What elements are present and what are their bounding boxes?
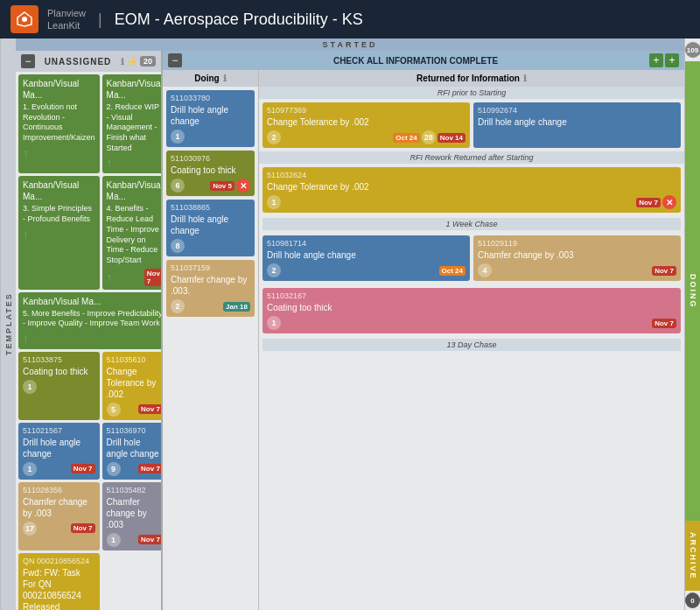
list-item[interactable]: 510992674 Drill hole angle change: [473, 102, 681, 148]
arrow-icon: ↑: [107, 156, 113, 170]
card-title: Drill hole angle change: [478, 116, 676, 128]
company-name: PlanviewLeanKit: [47, 7, 86, 32]
card-number: 5: [107, 403, 121, 417]
card-id: QN 000210856524: [23, 557, 95, 565]
check-minus-btn[interactable]: −: [168, 53, 182, 67]
card-body: 3. Simple Principles - Profound Benefits: [23, 204, 95, 224]
list-item[interactable]: Kanban/Visual Ma... 2. Reduce WIP - Visu…: [102, 74, 161, 173]
card-id: 511033780: [171, 94, 250, 102]
list-item[interactable]: 511035482 Chamfer change by .003 1 Nov 7: [102, 482, 161, 550]
list-item[interactable]: Kanban/Visual Ma... 5. More Benefits - I…: [18, 292, 161, 349]
rfi-title: Returned for Information: [416, 74, 520, 83]
count-badge: 28: [422, 130, 436, 144]
card-title: Coating too thick: [171, 165, 250, 176]
check-all-header: − CHECK ALL INFORMATION COMPLETE + +: [163, 51, 684, 70]
card-title: Drill hole angle change: [23, 437, 95, 459]
archive-side-label: ARCHIVE: [685, 521, 700, 591]
archive-count-badge: 0: [685, 592, 700, 608]
templates-label: TEMPLATES: [0, 39, 16, 610]
card-id: 511030976: [171, 154, 250, 163]
card-number: 8: [171, 239, 185, 253]
card-id: 511032624: [267, 171, 676, 179]
arrow-icon: ↑: [23, 228, 29, 242]
list-item[interactable]: Kanban/Visual Ma... 1. Evolution not Rev…: [18, 74, 100, 173]
card-title: Coating too thick: [23, 366, 95, 377]
card-number: 17: [23, 522, 37, 536]
list-item[interactable]: 510981714 Drill hole angle change 2 Oct …: [262, 235, 470, 281]
list-item[interactable]: 511021567 Drill hole angle change 1 Nov …: [18, 423, 100, 480]
card-id: 511036970: [107, 426, 161, 435]
card-title: Kanban/Visual Ma...: [107, 179, 161, 202]
list-item[interactable]: QN 000210856524 Fwd: FW: Task For QN 000…: [18, 553, 100, 610]
card-title: Drill hole angle change: [267, 249, 466, 261]
rfi-prior-label: RFI prior to Starting: [259, 87, 684, 99]
list-item[interactable]: 511028356 Chamfer change by .003 17 Nov …: [18, 482, 100, 550]
list-item[interactable]: 511033780 Drill hole angle change 1: [166, 90, 255, 147]
list-item[interactable]: 511038865 Drill hole angle change 8: [166, 200, 255, 256]
list-item[interactable]: Kanban/Visual Ma... 4. Benefits - Reduce…: [102, 176, 161, 289]
nov-badge: Nov 7: [652, 319, 676, 328]
doing-header: Doing ℹ: [163, 70, 258, 87]
card-id: 511021567: [23, 426, 95, 435]
card-body: 4. Benefits - Reduce Lead Time - Improve…: [107, 204, 161, 265]
info-icon: ℹ: [121, 57, 124, 67]
date-badge: Nov 7: [138, 535, 161, 544]
unassigned-minus-btn[interactable]: −: [21, 54, 35, 68]
list-item[interactable]: 511029119 Chamfer change by .003 4 Nov 7: [473, 235, 681, 281]
list-item[interactable]: 511033875 Coating too thick 1: [18, 352, 100, 420]
list-item[interactable]: 511035610 Change Tolerance by .002 5 Nov…: [102, 352, 161, 420]
app-header: PlanviewLeanKit | EOM - Aerospace Produc…: [0, 0, 700, 39]
list-item[interactable]: 511030976 Coating too thick 6 Nov 5 ✕: [166, 151, 255, 196]
unassigned-column: − UNASSIGNED ℹ ⚡ 20 Kanban/Visual Ma... …: [16, 51, 163, 610]
card-id: 511029119: [478, 239, 676, 248]
list-item[interactable]: 511036970 Drill hole angle change 9 Nov …: [102, 423, 161, 480]
check-plus-btn-1[interactable]: +: [649, 53, 663, 67]
card-number: 1: [107, 533, 121, 547]
card-number: 1: [23, 380, 37, 394]
list-item[interactable]: 511032624 Change Tolerance by .002 1 Nov…: [262, 167, 681, 213]
check-all-body: Doing ℹ 511033780 Drill hole angle chang…: [163, 70, 684, 610]
check-all-title: CHECK ALL INFORMATION COMPLETE: [333, 56, 498, 66]
unassigned-title: UNASSIGNED: [45, 57, 112, 67]
card-title: Kanban/Visual Ma...: [23, 78, 95, 101]
card-number: 1: [267, 316, 281, 330]
card-title: Drill hole angle change: [171, 104, 250, 127]
card-number: 9: [107, 462, 121, 476]
list-item[interactable]: 510977369 Change Tolerance by .002 2 Oct…: [262, 102, 470, 148]
card-id: 511035482: [107, 486, 161, 494]
date-badge: Nov7: [144, 269, 161, 286]
card-title: Change Tolerance by .002: [107, 366, 161, 400]
card-number: 2: [267, 263, 281, 277]
card-title: Fwd: FW: Task For QN 000210856524 Releas…: [23, 567, 95, 610]
list-item[interactable]: 511032167 Coating too thick 1 Nov 7: [262, 288, 681, 333]
date-badge: Nov 5: [210, 181, 234, 191]
card-title: Kanban/Visual Ma...: [107, 78, 161, 101]
oct-badge: Oct 24: [439, 266, 466, 276]
arrow-icon: ↑: [107, 270, 113, 284]
card-number: 1: [23, 462, 37, 476]
card-body: 2. Reduce WIP - Visual Management - Fini…: [107, 102, 161, 153]
doing-title: Doing: [194, 74, 219, 83]
check-plus-btn-2[interactable]: +: [665, 53, 679, 67]
list-item[interactable]: Kanban/Visual Ma... 3. Simple Principles…: [18, 176, 100, 289]
card-number: 6: [171, 179, 185, 193]
card-body: 5. More Benefits - Improve Predictabilit…: [23, 309, 161, 329]
list-item[interactable]: 511037159 Chamfer change by .003. 2 Jan …: [166, 260, 255, 317]
rfi-subcolumn: Returned for Information ℹ RFI prior to …: [259, 70, 684, 610]
info-icon: ℹ: [223, 74, 227, 83]
card-number: 1: [171, 130, 185, 144]
board: TEMPLATES STARTED − UNASSIGNED ℹ ⚡ 20: [0, 39, 700, 610]
svg-point-1: [22, 17, 27, 22]
card-title: Drill hole angle change: [171, 214, 250, 236]
card-id: 510977369: [267, 106, 466, 115]
card-number: 2: [267, 130, 281, 144]
card-id: 510981714: [267, 239, 466, 248]
day-chase-label: 13 Day Chase: [262, 339, 681, 351]
arrow-icon: ↑: [23, 332, 29, 346]
card-body: 1. Evolution not Revolution - Continuous…: [23, 102, 95, 144]
rfi-header: Returned for Information ℹ: [259, 70, 684, 87]
card-title: Change Tolerance by .002: [267, 116, 466, 128]
card-number: 1: [267, 195, 281, 209]
card-title: Kanban/Visual Ma...: [23, 179, 95, 202]
date-badge: Jan 18: [223, 302, 250, 312]
